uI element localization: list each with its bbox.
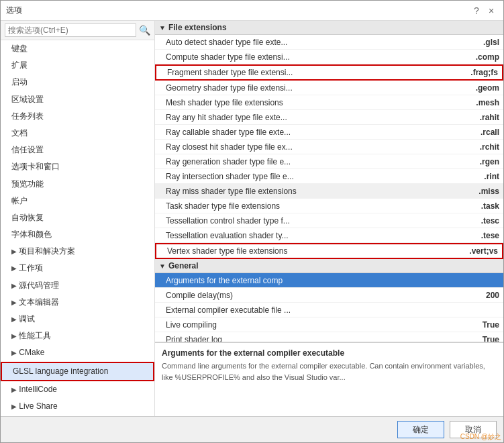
option-row-vert[interactable]: Vertex shader type file extensions .vert… <box>155 243 503 259</box>
option-name-tese: Tessellation evaluation shader ty... <box>166 231 476 240</box>
section-file-extensions-label: File extensions <box>168 23 227 32</box>
tree-item-autorestore[interactable]: 自动恢复 <box>1 209 154 226</box>
option-name-rgen: Ray generation shader type file e... <box>166 157 474 166</box>
option-row-rchit[interactable]: Ray closest hit shader type file ex... .… <box>155 140 503 154</box>
option-row-compiledelay[interactable]: Compile delay(ms) 200 <box>155 288 503 303</box>
tree-item-tasklist[interactable]: 任务列表 <box>1 108 154 125</box>
help-button[interactable]: ? <box>470 4 483 17</box>
tree-item-cmake[interactable]: ▶ CMake <box>1 344 154 361</box>
tree-item-intellicode[interactable]: ▶ IntelliCode <box>1 381 154 398</box>
expand-icon-workitems: ▶ <box>11 264 17 272</box>
option-row-rahit[interactable]: Ray any hit shader type file exte... .ra… <box>155 110 503 125</box>
left-panel: 🔍 键盘 扩展 启动 区域设置 任务列表 文档 信任设置 选项卡和窗口 预览功能… <box>1 21 155 416</box>
tree-item-workitems[interactable]: ▶ 工作项 <box>1 260 154 277</box>
option-row-compute[interactable]: Compute shader type file extensi... .com… <box>155 50 503 64</box>
expand-icon-sourcectrl: ▶ <box>11 282 17 289</box>
tree-item-tabswin[interactable]: 选项卡和窗口 <box>1 158 154 175</box>
title-bar: 选项 ? × <box>1 1 503 21</box>
tree-item-perftools[interactable]: ▶ 性能工具 <box>1 328 154 344</box>
section-general[interactable]: ▼ General <box>155 259 503 273</box>
option-name-mesh: Mesh shader type file extensions <box>166 98 470 107</box>
option-value-printlog: True <box>483 335 499 343</box>
option-value-rint: .rint <box>484 172 499 181</box>
option-name-livecompile: Live compiling <box>166 320 477 330</box>
tree-item-texteditor[interactable]: ▶ 文本编辑器 <box>1 294 154 311</box>
option-name-geometry: Geometry shader type file extensi... <box>166 83 470 93</box>
options-list: ▼ File extensions Auto detect shader typ… <box>155 21 503 342</box>
tree-item-region[interactable]: 区域设置 <box>1 91 154 108</box>
close-button[interactable]: × <box>485 4 498 17</box>
option-value-mesh: .mesh <box>476 98 499 107</box>
description-title: Arguments for the external compiler exec… <box>162 348 497 358</box>
option-name-rint: Ray intersection shader type file e... <box>166 172 478 181</box>
option-value-rgen: .rgen <box>480 157 499 166</box>
options-dialog: 选项 ? × 🔍 键盘 扩展 启动 区域设置 任务列表 文档 信任设置 选项卡和… <box>0 0 504 443</box>
option-row-args[interactable]: Arguments for the external comp <box>155 273 503 288</box>
option-row-autoglsl[interactable]: Auto detect shader type file exte... .gl… <box>155 35 503 50</box>
tree-item-projects[interactable]: ▶ 项目和解决方案 <box>1 243 154 260</box>
option-value-fragment: .frag;fs <box>470 68 498 77</box>
main-area: 🔍 键盘 扩展 启动 区域设置 任务列表 文档 信任设置 选项卡和窗口 预览功能… <box>1 21 503 416</box>
option-value-livecompile: True <box>483 320 499 330</box>
option-value-rcall: .rcall <box>481 128 499 137</box>
option-value-task: .task <box>481 201 499 211</box>
option-name-compiledelay: Compile delay(ms) <box>166 291 481 300</box>
option-row-rint[interactable]: Ray intersection shader type file e... .… <box>155 169 503 184</box>
option-row-fragment[interactable]: Fragment shader type file extensi... .fr… <box>155 64 503 81</box>
expand-icon-texteditor: ▶ <box>11 299 17 306</box>
option-row-tese[interactable]: Tessellation evaluation shader ty... .te… <box>155 228 503 243</box>
option-name-exepath: External compiler executable file ... <box>166 305 494 315</box>
option-name-rchit: Ray closest hit shader type file ex... <box>166 142 474 152</box>
tree-item-account[interactable]: 帐户 <box>1 193 154 209</box>
option-name-rmiss: Ray miss shader type file extensions <box>166 187 473 196</box>
expand-arrow-file-ext: ▼ <box>159 24 166 32</box>
option-name-rahit: Ray any hit shader type file exte... <box>166 113 474 122</box>
search-box: 🔍 <box>1 21 154 40</box>
option-row-exepath[interactable]: External compiler executable file ... <box>155 303 503 317</box>
tree-item-glsl[interactable]: GLSL language integration <box>1 362 154 381</box>
tree-item-sourcectrl[interactable]: ▶ 源代码管理 <box>1 277 154 294</box>
description-panel: Arguments for the external compiler exec… <box>155 342 503 416</box>
expand-icon-liveshare: ▶ <box>11 403 17 410</box>
search-icon[interactable]: 🔍 <box>139 25 150 36</box>
option-value-rmiss: .miss <box>478 187 499 196</box>
option-name-tesc: Tessellation control shader type f... <box>166 216 476 226</box>
option-row-task[interactable]: Task shader type file extensions .task <box>155 199 503 213</box>
option-name-compute: Compute shader type file extensi... <box>166 52 470 62</box>
option-name-args: Arguments for the external comp <box>166 276 494 285</box>
option-name-autoglsl: Auto detect shader type file exte... <box>166 38 478 47</box>
option-row-tesc[interactable]: Tessellation control shader type f... .t… <box>155 213 503 228</box>
tree-item-extensions[interactable]: 扩展 <box>1 57 154 74</box>
dialog-title: 选项 <box>6 5 22 16</box>
tree-item-preview[interactable]: 预览功能 <box>1 176 154 193</box>
tree-item-debug[interactable]: ▶ 调试 <box>1 311 154 328</box>
option-row-rgen[interactable]: Ray generation shader type file e... .rg… <box>155 154 503 169</box>
right-panel: ▼ File extensions Auto detect shader typ… <box>155 21 503 416</box>
option-value-tese: .tese <box>481 231 499 240</box>
option-value-rahit: .rahit <box>480 113 499 122</box>
option-row-printlog[interactable]: Print shader log True <box>155 332 503 342</box>
confirm-button[interactable]: 确定 <box>397 421 444 438</box>
option-row-livecompile[interactable]: Live compiling True <box>155 317 503 332</box>
option-value-autoglsl: .glsl <box>483 38 499 47</box>
section-general-label: General <box>168 261 199 270</box>
tree-item-docs[interactable]: 文档 <box>1 125 154 142</box>
tree-item-keyboard[interactable]: 键盘 <box>1 40 154 57</box>
option-value-tesc: .tesc <box>481 216 499 226</box>
option-name-fragment: Fragment shader type file extensi... <box>167 68 465 77</box>
option-row-geometry[interactable]: Geometry shader type file extensi... .ge… <box>155 81 503 95</box>
search-input[interactable] <box>5 23 136 37</box>
bottom-bar: 确定 取消 <box>1 416 503 442</box>
expand-icon-cmake: ▶ <box>11 349 17 356</box>
option-value-geometry: .geom <box>476 83 499 93</box>
option-row-rcall[interactable]: Ray callable shader type file exte... .r… <box>155 125 503 140</box>
section-file-extensions[interactable]: ▼ File extensions <box>155 21 503 35</box>
tree-item-liveshare[interactable]: ▶ Live Share <box>1 398 154 415</box>
expand-icon-projects: ▶ <box>11 248 17 255</box>
option-row-rmiss[interactable]: Ray miss shader type file extensions .mi… <box>155 184 503 199</box>
tree-item-fonts[interactable]: 字体和颜色 <box>1 226 154 243</box>
tree-item-trust[interactable]: 信任设置 <box>1 142 154 158</box>
option-row-mesh[interactable]: Mesh shader type file extensions .mesh <box>155 95 503 110</box>
option-name-task: Task shader type file extensions <box>166 201 476 211</box>
tree-item-startup[interactable]: 启动 <box>1 74 154 91</box>
